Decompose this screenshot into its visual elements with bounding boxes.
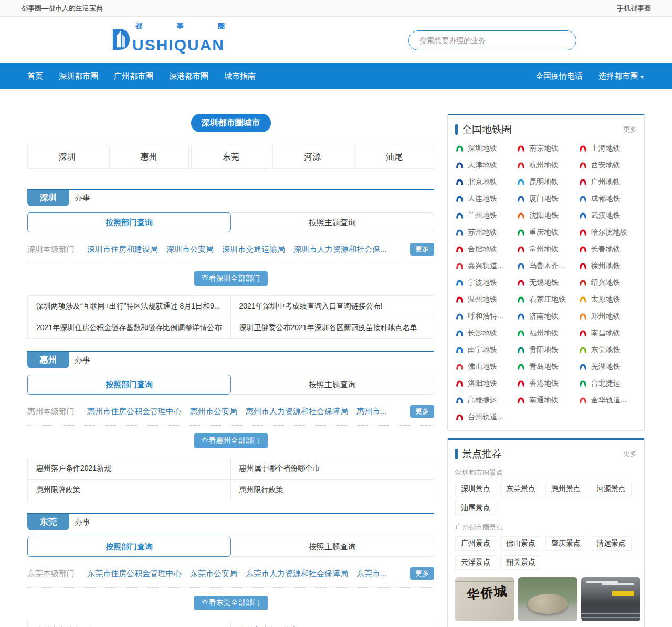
department-link[interactable]: 惠州市... [356,407,387,417]
metro-item-台州轨道...[interactable]: 台州轨道... [455,412,513,422]
department-link[interactable]: 深圳市人力资源和社会保... [293,245,387,254]
metro-item-石家庄地铁[interactable]: 石家庄地铁 [517,295,575,304]
department-link[interactable]: 东莞市住房公积金管理中心 [87,569,182,579]
metro-item-东莞地铁[interactable]: 东莞地铁 [579,345,637,355]
tab-query-by-department[interactable]: 按照部门查询 [27,375,231,395]
tab-query-by-topic[interactable]: 按照主题查询 [231,375,434,395]
metro-item-无锡地铁[interactable]: 无锡地铁 [517,278,575,288]
metro-item-呼和浩特...[interactable]: 呼和浩特... [455,312,513,321]
nav-item-0[interactable]: 首页 [27,71,43,81]
metro-group-title-badge[interactable]: 深圳都市圈城市 [191,114,271,132]
department-link[interactable]: 惠州市人力资源和社会保障局 [246,407,348,417]
metro-item-上海地铁[interactable]: 上海地铁 [579,144,637,153]
nav-item-1[interactable]: 深圳都市圈 [59,71,98,81]
scenic-tag-汕尾景点[interactable]: 汕尾景点 [455,501,496,515]
scenic-photo-station[interactable] [581,577,640,621]
department-link[interactable]: 东莞市公安局 [190,569,237,579]
scenic-tag-云浮景点[interactable]: 云浮景点 [455,555,496,570]
scenic-tag-东莞景点[interactable]: 东莞景点 [500,482,541,496]
search-input[interactable] [408,30,576,50]
metro-item-高雄捷运[interactable]: 高雄捷运 [455,396,513,405]
scenic-tag-肇庆景点[interactable]: 肇庆景点 [545,536,586,551]
news-item[interactable]: 惠州限牌政策 [28,480,231,501]
news-item[interactable]: 惠州限行政策 [231,480,434,501]
nav-item-4[interactable]: 城市指南 [224,71,256,81]
nav-item-2[interactable]: 广州都市圈 [114,71,153,81]
site-logo[interactable]: USHIQUAN 都 事 圈 [111,28,225,53]
more-button[interactable]: 更多 [410,405,434,418]
metro-item-台北捷运[interactable]: 台北捷运 [579,379,637,388]
nav-item-epidemic-phones[interactable]: 全国疫情电话 [536,71,583,81]
department-link[interactable]: 东莞市人力资源和社会保障局 [246,569,348,579]
city-tab-河源[interactable]: 河源 [272,145,352,169]
metro-item-常州地铁[interactable]: 常州地铁 [517,245,575,254]
metro-item-南通地铁[interactable]: 南通地铁 [517,396,575,405]
metro-item-乌鲁木齐...[interactable]: 乌鲁木齐... [517,261,575,271]
news-item[interactable]: 东莞火车站有几个 [28,620,231,627]
news-item[interactable]: 2021年深圳住房公积金缴存基数和缴存比例调整详情公布 [28,317,231,338]
metro-item-广州地铁[interactable]: 广州地铁 [579,177,637,187]
metro-item-嘉兴轨道...[interactable]: 嘉兴轨道... [455,261,513,271]
metro-item-南昌地铁[interactable]: 南昌地铁 [579,328,637,338]
metro-item-兰州地铁[interactable]: 兰州地铁 [455,211,513,220]
metro-item-温州地铁[interactable]: 温州地铁 [455,295,513,304]
tab-query-by-department[interactable]: 按照部门查询 [27,212,231,232]
metro-item-哈尔滨地铁[interactable]: 哈尔滨地铁 [579,228,637,237]
nav-item-select-metro-circle[interactable]: 选择都市圈▼ [598,71,645,81]
metro-item-成都地铁[interactable]: 成都地铁 [579,194,637,204]
metro-item-西安地铁[interactable]: 西安地铁 [579,161,637,170]
metro-item-宁波地铁[interactable]: 宁波地铁 [455,278,513,288]
metro-item-太原地铁[interactable]: 太原地铁 [579,295,637,304]
scenic-tag-深圳景点[interactable]: 深圳景点 [455,482,496,496]
nav-item-3[interactable]: 深港都市圈 [169,71,208,81]
metro-item-大连地铁[interactable]: 大连地铁 [455,194,513,204]
department-link[interactable]: 惠州市住房公积金管理中心 [87,407,182,417]
news-item[interactable]: 惠州属于哪个省份哪个市 [231,458,434,480]
scenic-tag-韶关景点[interactable]: 韶关景点 [500,555,541,570]
metro-item-重庆地铁[interactable]: 重庆地铁 [517,228,575,237]
scenic-tag-河源景点[interactable]: 河源景点 [591,482,632,496]
metro-item-佛山地铁[interactable]: 佛山地铁 [455,362,513,371]
city-tab-深圳[interactable]: 深圳 [27,145,107,169]
mobile-site-link[interactable]: 手机都事圈 [617,4,651,13]
metro-item-苏州地铁[interactable]: 苏州地铁 [455,228,513,237]
metro-item-郑州地铁[interactable]: 郑州地铁 [579,312,637,321]
scenic-tag-广州景点[interactable]: 广州景点 [455,536,496,551]
metro-item-武汉地铁[interactable]: 武汉地铁 [579,211,637,220]
scenic-photo-rock[interactable] [518,577,578,621]
city-tab-惠州[interactable]: 惠州 [109,145,189,169]
metro-item-青岛地铁[interactable]: 青岛地铁 [517,362,575,371]
metro-item-贵阳地铁[interactable]: 贵阳地铁 [517,345,575,355]
more-button[interactable]: 更多 [410,567,434,580]
metro-item-南宁地铁[interactable]: 南宁地铁 [455,345,513,355]
metro-item-济南地铁[interactable]: 济南地铁 [517,312,575,321]
metro-item-天津地铁[interactable]: 天津地铁 [455,161,513,170]
tab-query-by-topic[interactable]: 按照主题查询 [231,537,434,557]
view-all-departments-button[interactable]: 查看深圳全部部门 [194,271,268,286]
news-item[interactable]: 深圳两项涉及“互联网+出行”特区法规获通过 8月1日和9... [28,296,231,317]
city-tab-汕尾[interactable]: 汕尾 [354,145,434,169]
scenic-photo-huaqiaocheng[interactable]: 华侨城 [455,577,514,621]
department-link[interactable]: 深圳市公安局 [166,245,214,254]
metro-item-洛阳地铁[interactable]: 洛阳地铁 [455,379,513,388]
metro-item-金华轨道...[interactable]: 金华轨道... [579,396,637,405]
metro-item-杭州地铁[interactable]: 杭州地铁 [517,161,575,170]
metro-item-沈阳地铁[interactable]: 沈阳地铁 [517,211,575,220]
scenic-tag-清远景点[interactable]: 清远景点 [591,536,632,551]
department-link[interactable]: 深圳市交通运输局 [222,245,285,254]
department-link[interactable]: 东莞市... [356,569,387,579]
city-tab-东莞[interactable]: 东莞 [191,145,271,169]
metro-item-香港地铁[interactable]: 香港地铁 [517,379,575,388]
metro-more-link[interactable]: 更多 [623,125,637,134]
view-all-departments-button[interactable]: 查看惠州全部部门 [194,433,268,448]
metro-item-长春地铁[interactable]: 长春地铁 [579,245,637,254]
tab-query-by-topic[interactable]: 按照主题查询 [231,212,434,232]
metro-item-厦门地铁[interactable]: 厦门地铁 [517,194,575,204]
metro-item-合肥地铁[interactable]: 合肥地铁 [455,245,513,254]
metro-item-福州地铁[interactable]: 福州地铁 [517,328,575,338]
metro-item-南京地铁[interactable]: 南京地铁 [517,144,575,153]
department-link[interactable]: 惠州市公安局 [190,407,237,417]
department-link[interactable]: 深圳市住房和建设局 [87,245,158,254]
scenic-tag-惠州景点[interactable]: 惠州景点 [545,482,586,496]
news-item[interactable]: 东莞入户办理地点 [231,620,434,627]
